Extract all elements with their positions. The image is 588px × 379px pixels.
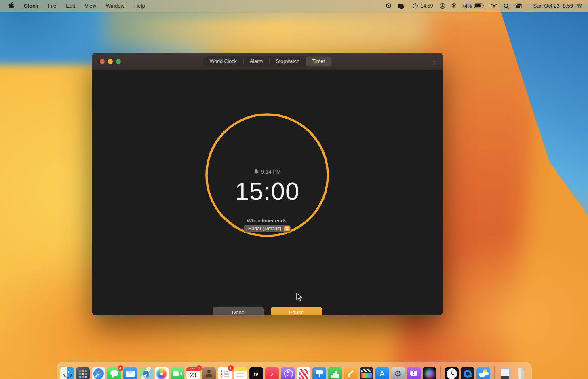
calendar-badge: 1 — [196, 365, 202, 371]
menu-window[interactable]: Window — [106, 3, 124, 9]
tab-timer[interactable]: Timer — [306, 57, 331, 66]
gear-icon: ⚙ — [394, 369, 402, 379]
tv-label: tv — [254, 371, 259, 377]
dock-facetime[interactable] — [171, 367, 184, 379]
dock-siri[interactable] — [423, 367, 436, 379]
spotlight-search-icon[interactable] — [504, 3, 509, 9]
traffic-lights — [100, 53, 121, 70]
minimize-button[interactable] — [108, 59, 113, 64]
menu-view[interactable]: View — [85, 3, 96, 9]
timer-remaining-display: 15:00 — [92, 177, 443, 205]
dock-safari[interactable] — [92, 367, 105, 379]
dock-app-store[interactable]: A — [375, 367, 389, 379]
add-timer-button[interactable]: + — [432, 53, 436, 70]
clock-window: World Clock Alarm Stopwatch Timer + 9:14… — [92, 53, 443, 315]
wifi-icon[interactable] — [491, 3, 497, 8]
clock-tab-bar: World Clock Alarm Stopwatch Timer — [203, 56, 332, 67]
close-button[interactable] — [100, 59, 105, 64]
dock-maps[interactable] — [139, 367, 153, 379]
screen-recording-stop-icon[interactable] — [386, 3, 392, 9]
timer-status-item[interactable]: 14:59 — [412, 3, 433, 9]
dock-tv[interactable]: tv — [249, 367, 263, 379]
dock-contacts[interactable] — [202, 367, 216, 379]
dock-mail[interactable] — [123, 367, 137, 379]
dock-weather[interactable] — [476, 367, 490, 379]
timer-pane: 9:14 PM 15:00 When timer ends: Radar (De… — [92, 71, 443, 315]
dock-finder[interactable] — [60, 367, 74, 379]
dock-launchpad[interactable] — [76, 367, 90, 379]
feedback-exclamation: ! — [413, 371, 415, 375]
display-mirroring-icon[interactable] — [398, 3, 406, 9]
timer-sound-select[interactable]: Radar (Default) — [244, 225, 291, 232]
timer-end-time-row: 9:14 PM — [92, 169, 443, 175]
menu-bar-left: Clock File Edit View Window Help — [0, 2, 145, 10]
notification-dot — [525, 4, 527, 7]
dock-numbers[interactable] — [328, 367, 342, 379]
menu-bar-status-area: 14:59 74% Sun Oct 23 — [386, 3, 588, 9]
dock-keynote[interactable] — [312, 367, 326, 379]
dock-news[interactable] — [297, 367, 310, 379]
tab-stopwatch[interactable]: Stopwatch — [269, 57, 306, 66]
clock-status-item[interactable]: Sun Oct 23 8:59 PM — [533, 3, 582, 9]
timer-remaining-text: 14:59 — [420, 3, 433, 9]
dock: 4 OCT 23 1 1 tv ♪ A — [57, 362, 532, 379]
numbers-bars-icon — [331, 371, 339, 378]
dock-photos[interactable] — [155, 367, 169, 379]
chevron-up-down-icon — [284, 226, 290, 231]
battery-percent-text: 74% — [462, 3, 472, 9]
dock-divider — [440, 366, 441, 379]
timer-action-buttons: Done Pause — [92, 307, 443, 315]
calendar-day-text: 23 — [190, 371, 196, 379]
menu-time-text: 8:59 PM — [563, 3, 582, 9]
bell-icon — [254, 169, 259, 174]
menu-file[interactable]: File — [48, 3, 56, 9]
messages-badge: 4 — [118, 365, 123, 371]
desktop: Clock File Edit View Window Help 14:59 — [0, 0, 588, 379]
dock-system-settings[interactable]: ⚙ — [391, 367, 405, 379]
dock-documents[interactable] — [499, 367, 512, 379]
when-timer-ends-label: When timer ends: — [92, 218, 443, 224]
sound-dropdown-row: Radar (Default) — [92, 225, 443, 232]
tab-world-clock[interactable]: World Clock — [203, 57, 243, 66]
reminders-badge: 1 — [228, 365, 234, 371]
dock-podcasts[interactable] — [281, 367, 295, 379]
mouse-cursor — [296, 293, 303, 302]
clock-hour-hand — [452, 374, 454, 375]
dock-clock[interactable] — [445, 367, 459, 379]
dock-messages[interactable]: 4 — [107, 367, 121, 379]
timer-sound-value: Radar (Default) — [248, 226, 281, 231]
dock-reminders[interactable]: 1 — [218, 367, 232, 379]
music-note-icon: ♪ — [270, 370, 274, 378]
dock-quicktime[interactable] — [461, 367, 474, 379]
menu-date-text: Sun Oct 23 — [533, 3, 560, 9]
dock-feedback-assistant[interactable]: ! — [407, 367, 421, 379]
bluetooth-icon[interactable] — [452, 3, 456, 9]
timer-end-time: 9:14 PM — [261, 169, 280, 175]
window-titlebar[interactable]: World Clock Alarm Stopwatch Timer + — [92, 53, 443, 71]
zoom-button[interactable] — [116, 59, 121, 64]
done-button[interactable]: Done — [213, 307, 264, 315]
app-store-letter: A — [379, 370, 384, 378]
dock-pages[interactable] — [344, 367, 358, 379]
control-center-icon[interactable] — [515, 3, 527, 8]
menu-bar: Clock File Edit View Window Help 14:59 — [0, 0, 588, 12]
apple-menu-icon[interactable] — [8, 2, 14, 10]
menu-help[interactable]: Help — [134, 3, 145, 9]
pause-button[interactable]: Pause — [271, 307, 322, 315]
dock-music[interactable]: ♪ — [265, 367, 279, 379]
tab-alarm[interactable]: Alarm — [243, 57, 270, 66]
dock-notes[interactable] — [234, 367, 247, 379]
dock-calendar[interactable]: OCT 23 1 — [186, 367, 200, 379]
dock-trash[interactable] — [514, 367, 528, 379]
dock-imovie[interactable] — [360, 367, 373, 379]
battery-status-item[interactable]: 74% — [462, 3, 485, 9]
menu-edit[interactable]: Edit — [66, 3, 75, 9]
menu-app-name[interactable]: Clock — [24, 3, 38, 9]
user-account-icon[interactable] — [439, 3, 446, 9]
calendar-month-text: OCT — [190, 367, 196, 371]
dock-divider — [494, 366, 495, 379]
